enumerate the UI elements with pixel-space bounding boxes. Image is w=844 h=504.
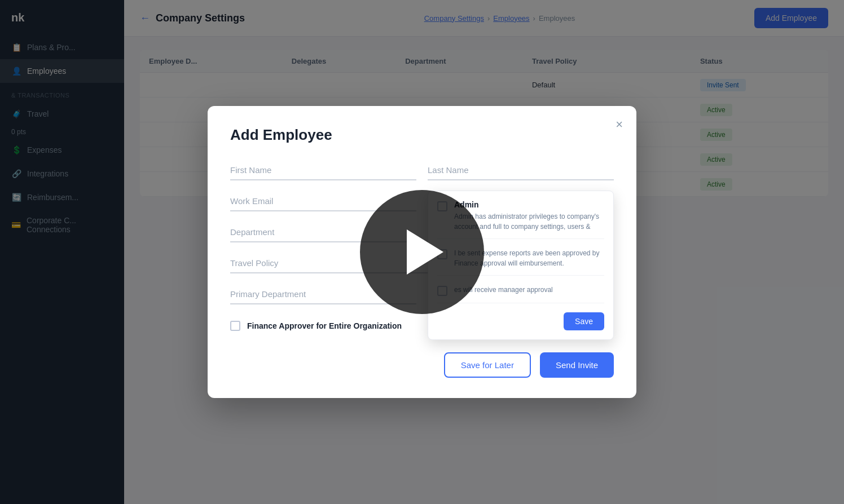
play-icon (407, 229, 443, 275)
save-later-button[interactable]: Save for Later (444, 352, 531, 378)
finance-approver-label: Finance Approver for Entire Organization (247, 321, 402, 330)
video-overlay[interactable] (360, 190, 484, 314)
last-name-input[interactable] (428, 160, 614, 180)
name-row (230, 160, 614, 180)
modal-close-button[interactable]: × (616, 117, 623, 132)
modal-overlay: Add Employee × Admin (0, 0, 844, 504)
last-name-group (428, 160, 614, 180)
send-invite-button[interactable]: Send Invite (540, 352, 614, 378)
modal-footer: Save for Later Send Invite (230, 352, 614, 378)
admin-role-title: Admin (454, 200, 604, 209)
finance-approver-checkbox-group: Finance Approver for Entire Organization (230, 316, 416, 335)
first-name-input[interactable] (230, 160, 416, 180)
first-name-group (230, 160, 416, 180)
modal-title: Add Employee (230, 126, 614, 144)
finance-approver-checkbox[interactable] (230, 321, 240, 331)
role-save-button[interactable]: Save (564, 312, 604, 330)
